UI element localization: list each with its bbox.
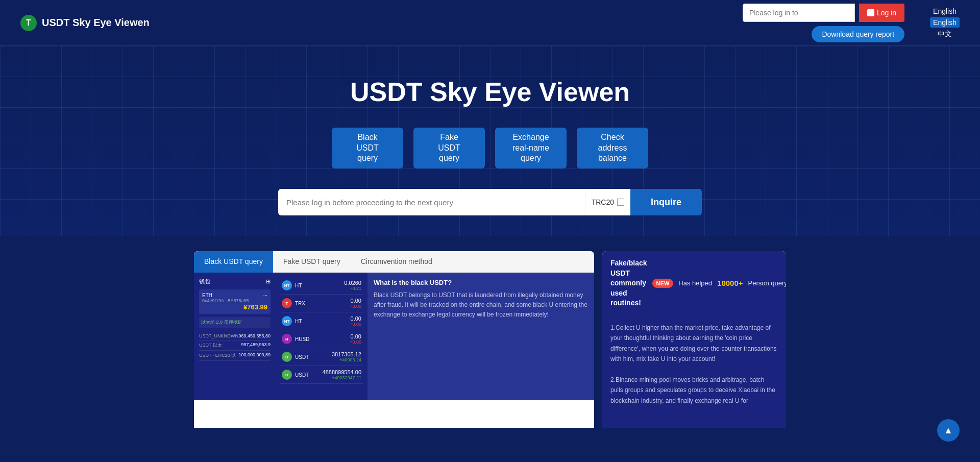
token-change-husd: +0.00 (350, 339, 361, 345)
tab-black-usdt[interactable]: Black USDT query (194, 251, 273, 273)
token-item-3: H HUSD 0.00 +0.00 (280, 330, 363, 348)
login-row: Log in (743, 4, 904, 22)
token-val-husd: 0.00 (350, 333, 361, 339)
header-center: Log in Download query report (743, 4, 904, 42)
tab-circumvention[interactable]: Circumvention method (351, 251, 443, 273)
trc20-checkbox[interactable] (617, 199, 624, 206)
login-input[interactable] (743, 4, 855, 22)
trx-icon: T (282, 298, 292, 308)
logo-title: USDT Sky Eye Viewen (42, 17, 150, 29)
wallet-header: 钱包 ⊞ (199, 278, 271, 285)
helped-number: 10000+ (717, 279, 743, 287)
token-right-5: 4888899554.00 +40032947.21 (323, 369, 361, 380)
search-input[interactable] (278, 189, 585, 215)
header: T USDT Sky Eye Viewen Log in Download qu… (0, 0, 980, 46)
token-item-5: U USDT 4888899554.00 +40032947.21 (280, 366, 363, 384)
eth-address: 0x4e9f19A...5A676a95 (202, 298, 267, 303)
language-selector: English English 中文 (930, 6, 960, 40)
download-report-button[interactable]: Download query report (812, 26, 904, 42)
inquire-button[interactable]: Inquire (630, 189, 702, 215)
wallet-balance: ¥763.99 (202, 303, 267, 311)
token-val-trx: 0.00 (350, 298, 361, 304)
logo-area: T USDT Sky Eye Viewen (20, 15, 150, 31)
token-change-usdt1: +40003.24 (332, 357, 361, 362)
token-item-0: HT HT 0.0260 +0.21 (280, 277, 363, 295)
token-symbol-2: HT (295, 319, 302, 324)
staking-label: 以太坊 2.0 质押挖矿 (199, 317, 271, 328)
lang-english[interactable]: English (930, 17, 960, 28)
description-text: Black USDT belongs to USDT that is laund… (374, 290, 588, 320)
token-right-2: 0.00 +0.00 (350, 315, 361, 327)
login-button-label: Log in (877, 9, 896, 17)
description-title: What is the black USDT? (374, 279, 588, 286)
right-panel-header: Fake/black USDT commonly used routines! … (602, 251, 786, 315)
token-left: U USDT (282, 352, 309, 362)
token-change-ht2: +0.00 (350, 322, 361, 327)
token-symbol-5: USDT (295, 372, 309, 378)
bottom-section: Black USDT query Fake USDT query Circumv… (184, 251, 796, 428)
usdt1-icon: U (282, 352, 292, 362)
helped-prefix: Has helped (678, 279, 712, 287)
token-right-4: 3817305.12 +40003.24 (332, 351, 361, 362)
logo-icon: T (20, 15, 37, 31)
token-val-usdt1: 3817305.12 (332, 351, 361, 357)
wallet-token-row: USDT 以太 997,489,953.9 (199, 341, 271, 351)
token-left: H HUSD (282, 334, 309, 344)
wallet-header-label: 钱包 (199, 278, 210, 285)
token-name-0: USDT_UNKNOWN (199, 333, 238, 338)
token-change-ht: +0.21 (344, 286, 361, 291)
wallet-mockup: 钱包 ⊞ ETH ··· 0x4e9f19A...5A676a95 ¥763.9… (194, 273, 276, 400)
token-val-1: 997,489,953.9 (241, 342, 271, 349)
exchange-realname-query-button[interactable]: Exchange real-name query (495, 128, 567, 168)
token-right-3: 0.00 +0.00 (350, 333, 361, 345)
ht2-icon: HT (282, 316, 292, 326)
token-change-usdt2: +40032947.21 (323, 375, 361, 380)
wallet-token-row: USDT · ERC20 以 100,000,000,89 (199, 351, 271, 361)
right-panel-body: 1.Collect U higher than the market price… (602, 315, 786, 428)
wallet-expand-icon[interactable]: ⊞ (266, 278, 271, 285)
description-area: What is the black USDT? Black USDT belon… (368, 273, 594, 400)
hero-title: USDT Sky Eye Viewen (10, 77, 970, 107)
wallet-token-row: USDT_UNKNOWN 969,459,555,80 (199, 332, 271, 341)
token-right-1: 0.00 +0.00 (350, 298, 361, 309)
trc20-text: TRC20 (592, 198, 614, 206)
token-val-usdt2: 4888899554.00 (323, 369, 361, 375)
panel-tabs: Black USDT query Fake USDT query Circumv… (194, 251, 594, 273)
black-usdt-query-button[interactable]: Black USDT query (332, 128, 403, 168)
hero-section: USDT Sky Eye Viewen Black USDT query Fak… (0, 46, 980, 236)
fake-usdt-query-button[interactable]: Fake USDT query (413, 128, 485, 168)
right-panel-title: Fake/black USDT commonly used routines! (610, 258, 647, 308)
tab-fake-usdt[interactable]: Fake USDT query (273, 251, 351, 273)
usdt2-icon: U (282, 370, 292, 380)
helped-suffix: Person query risk (748, 279, 786, 287)
lang-chinese[interactable]: 中文 (935, 29, 955, 40)
token-left: HT HT (282, 280, 302, 290)
token-val-0: 969,459,555,80 (238, 333, 271, 338)
scroll-top-button[interactable]: ▲ (937, 419, 960, 442)
left-panel: Black USDT query Fake USDT query Circumv… (194, 251, 594, 428)
token-name-1: USDT 以太 (199, 342, 222, 349)
token-left: U USDT (282, 370, 309, 380)
login-button[interactable]: Log in (859, 4, 904, 22)
eth-more-icon[interactable]: ··· (263, 293, 267, 298)
token-symbol-3: HUSD (295, 336, 309, 342)
token-symbol-0: HT (295, 283, 302, 288)
token-item-1: T TRX 0.00 +0.00 (280, 295, 363, 312)
right-panel: Fake/black USDT commonly used routines! … (602, 251, 786, 428)
lang-english-top[interactable]: English (930, 6, 960, 16)
token-left: HT HT (282, 316, 302, 326)
new-badge: NEW (652, 279, 674, 288)
token-item-2: HT HT 0.00 +0.00 (280, 312, 363, 330)
feature-buttons: Black USDT query Fake USDT query Exchang… (10, 128, 970, 168)
token-left: T TRX (282, 298, 305, 308)
token-change-trx: +0.00 (350, 304, 361, 309)
check-address-balance-button[interactable]: Check address balance (577, 128, 648, 168)
ht-icon: HT (282, 280, 292, 290)
token-list: HT HT 0.0260 +0.21 T TRX 0.00 +0 (276, 273, 368, 400)
token-name-2: USDT · ERC20 以 (199, 352, 236, 359)
token-item-4: U USDT 3817305.12 +40003.24 (280, 348, 363, 366)
token-symbol-1: TRX (295, 301, 305, 306)
right-description: 1.Collect U higher than the market price… (610, 323, 778, 406)
token-symbol-4: USDT (295, 354, 309, 360)
eth-label: ETH (202, 293, 212, 298)
